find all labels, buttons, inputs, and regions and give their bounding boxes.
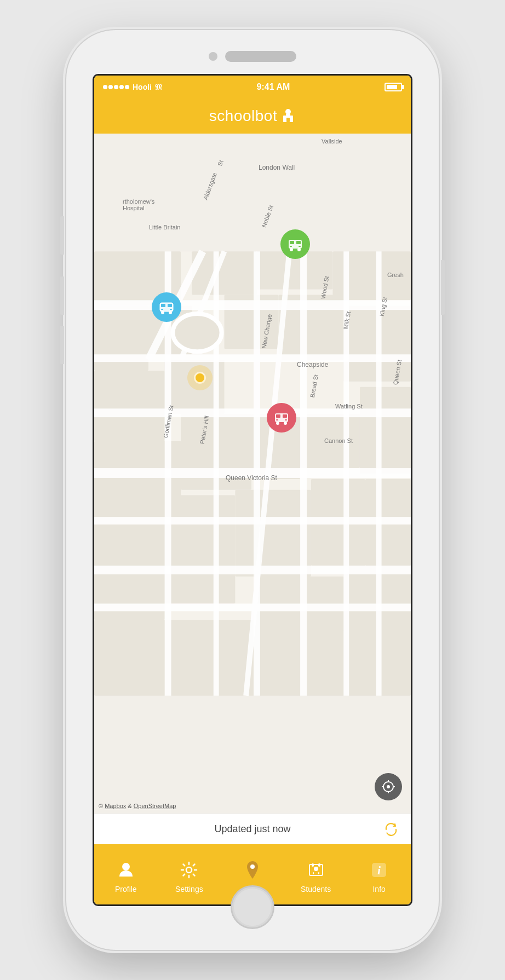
bus-marker-red[interactable]	[267, 403, 296, 433]
gps-button[interactable]	[375, 773, 402, 800]
signal-dots	[103, 85, 129, 89]
app-logo: schoolbot	[209, 107, 296, 125]
info-icon: i	[370, 861, 388, 881]
bus-icon-red	[273, 409, 290, 426]
user-location-dot	[190, 368, 210, 388]
wifi-icon: 𝔐	[155, 83, 162, 92]
refresh-icon	[384, 822, 398, 837]
signal-dot-2	[108, 85, 113, 89]
camera-dot	[209, 52, 217, 61]
profile-icon	[117, 861, 135, 881]
tab-students-label: Students	[301, 885, 331, 893]
home-button[interactable]	[231, 885, 274, 929]
tab-info-label: Info	[372, 885, 385, 893]
mapbox-link[interactable]: Mapbox	[105, 803, 126, 809]
signal-dot-5	[125, 85, 129, 89]
svg-rect-30	[94, 354, 411, 362]
map-attribution: © Mapbox & OpenStreetMap	[99, 803, 176, 809]
osm-link[interactable]: OpenStreetMap	[134, 803, 176, 809]
svg-point-67	[284, 422, 287, 425]
svg-point-78	[314, 867, 318, 871]
attribution-and: &	[126, 803, 133, 809]
svg-point-60	[297, 248, 301, 251]
svg-rect-33	[94, 517, 411, 524]
svg-rect-3	[286, 118, 290, 122]
svg-rect-65	[285, 419, 287, 420]
svg-rect-11	[94, 371, 165, 441]
status-right	[385, 83, 402, 91]
street-queen-victoria: Queen Victoria St	[226, 474, 277, 482]
carrier-label: Hooli	[133, 83, 152, 91]
svg-point-66	[276, 422, 279, 425]
svg-point-69	[387, 785, 390, 788]
svg-rect-63	[283, 414, 287, 418]
bus-marker-blue[interactable]	[152, 292, 181, 322]
svg-point-45	[173, 314, 222, 351]
svg-point-0	[285, 109, 291, 114]
street-gresh: Gresh	[387, 272, 404, 278]
svg-rect-62	[276, 414, 280, 418]
street-vallside: Vallside	[322, 138, 342, 145]
tab-settings-label: Settings	[175, 885, 203, 893]
street-cannon: Cannon St	[324, 437, 353, 444]
tab-settings[interactable]: Settings	[158, 856, 221, 893]
map-icon	[243, 860, 262, 883]
svg-text:i: i	[377, 863, 381, 877]
logo-building-icon	[280, 108, 296, 124]
svg-rect-22	[165, 495, 236, 604]
students-icon	[307, 861, 325, 881]
tab-info[interactable]: i Info	[347, 856, 411, 893]
svg-rect-1	[286, 114, 290, 116]
phone-shell: Hooli 𝔐 9:41 AM schoolbot	[66, 30, 439, 950]
location-dot-inner	[194, 372, 206, 384]
tab-students[interactable]: Students	[284, 856, 348, 893]
bus-marker-green[interactable]	[280, 229, 310, 259]
street-london-wall: London Wall	[259, 164, 295, 171]
gps-icon	[381, 780, 395, 794]
phone-outer: Hooli 𝔐 9:41 AM schoolbot	[0, 0, 505, 980]
update-bar: Updated just now	[94, 814, 411, 844]
battery-icon	[385, 83, 402, 91]
signal-dot-3	[114, 85, 118, 89]
svg-rect-42	[300, 251, 307, 696]
speaker-bar	[225, 51, 296, 62]
svg-rect-79	[313, 872, 314, 874]
map-area[interactable]: London Wall Aldersgate Little Britain No…	[94, 134, 411, 814]
svg-point-52	[161, 311, 164, 314]
svg-rect-80	[318, 872, 319, 874]
svg-rect-55	[290, 241, 294, 244]
street-bartholomews: rtholomew'sHospital	[123, 198, 154, 211]
svg-rect-23	[235, 490, 311, 577]
logo-text: schoolbot	[209, 107, 277, 125]
refresh-button[interactable]	[382, 821, 400, 838]
settings-icon	[180, 861, 198, 881]
tab-profile-label: Profile	[115, 885, 137, 893]
bus-icon-blue	[158, 298, 175, 316]
svg-rect-81	[312, 863, 314, 867]
svg-rect-82	[318, 863, 320, 867]
street-cheapside: Cheapside	[297, 361, 328, 368]
phone-screen: Hooli 𝔐 9:41 AM schoolbot	[93, 74, 412, 906]
street-little-britain: Little Britain	[149, 224, 180, 230]
attribution-prefix: ©	[99, 803, 105, 809]
phone-top	[209, 51, 296, 62]
svg-rect-64	[276, 419, 278, 420]
svg-rect-51	[170, 309, 172, 310]
tab-profile[interactable]: Profile	[94, 856, 158, 893]
svg-rect-31	[94, 408, 411, 417]
map-svg	[94, 134, 411, 814]
svg-rect-44	[376, 251, 382, 696]
bus-icon-green	[286, 235, 304, 253]
svg-point-74	[122, 863, 130, 871]
battery-fill	[387, 85, 397, 89]
svg-point-76	[250, 864, 255, 869]
status-bar: Hooli 𝔐 9:41 AM	[94, 76, 411, 99]
svg-point-59	[290, 248, 293, 251]
svg-point-75	[186, 867, 192, 873]
app-header: schoolbot	[94, 99, 411, 134]
street-watling: Watling St	[335, 403, 363, 410]
svg-rect-29	[94, 300, 411, 310]
signal-dot-1	[103, 85, 107, 89]
svg-rect-56	[296, 241, 301, 244]
svg-rect-57	[290, 246, 292, 247]
